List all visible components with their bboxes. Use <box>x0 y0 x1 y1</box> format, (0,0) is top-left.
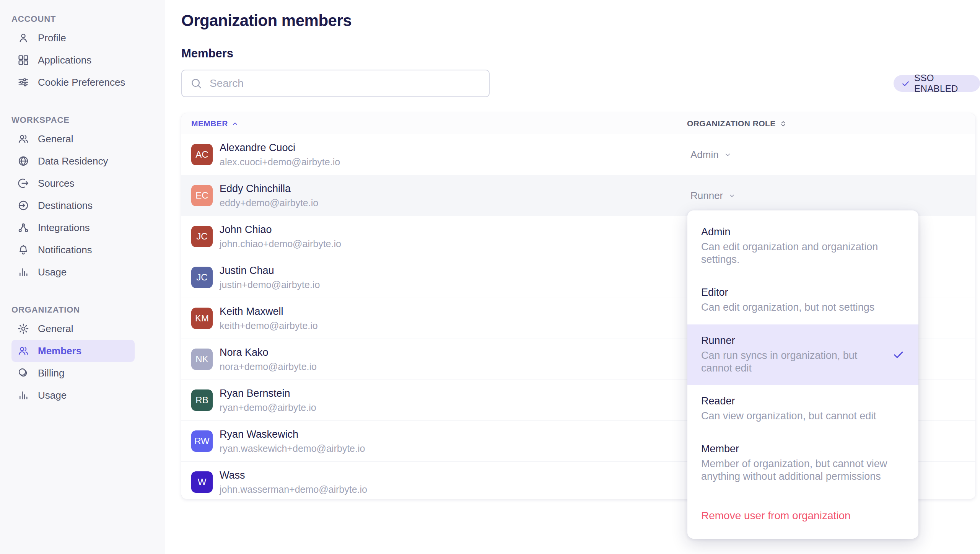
remove-user-button[interactable]: Remove user from organization <box>687 494 918 539</box>
member-name: Keith Maxwell <box>220 306 318 318</box>
role-menu-item-title: Editor <box>701 287 897 298</box>
member-identity: John Chiao john.chiao+demo@airbyte.io <box>220 224 341 249</box>
sidebar-item-applications[interactable]: Applications <box>11 49 135 71</box>
user-icon <box>17 32 29 44</box>
page-title: Organization members <box>181 11 352 30</box>
role-menu-item[interactable]: Member Member of organization, but canno… <box>687 433 918 493</box>
sidebar-item-label: Sources <box>38 178 74 189</box>
sidebar-item-label: Usage <box>38 266 67 278</box>
users-icon <box>17 133 29 145</box>
role-menu-item-description: Can edit organization and organization s… <box>701 241 897 266</box>
sidebar-section-organization: ORGANIZATION General Members Billing <box>11 305 165 406</box>
search-icon <box>190 77 203 90</box>
destination-icon <box>17 199 29 212</box>
sso-badge-label: SSO ENABLED <box>914 73 970 94</box>
sort-ascending-icon <box>231 120 239 127</box>
workspace-nav: General Data Residency Sources Destinati… <box>11 128 165 283</box>
sidebar-item-label: Members <box>38 345 81 357</box>
role-menu-item-description: Can run syncs in organization, but canno… <box>701 349 885 375</box>
sidebar-item-members[interactable]: Members <box>11 340 135 362</box>
role-menu-item-title: Runner <box>701 335 885 347</box>
member-identity: Nora Kako nora+demo@airbyte.io <box>220 347 317 372</box>
organization-nav: General Members Billing Usage <box>11 318 165 406</box>
settings-sidebar: ACCOUNT Profile Applications Cookie Pref… <box>0 0 165 554</box>
chevron-down-icon <box>728 192 736 200</box>
avatar: EC <box>191 185 213 206</box>
sliders-icon <box>17 76 29 88</box>
member-identity: Alexandre Cuoci alex.cuoci+demo@airbyte.… <box>220 142 340 168</box>
avatar-initials: EC <box>195 190 208 201</box>
role-menu-item-title: Admin <box>701 226 897 238</box>
sidebar-item-label: Destinations <box>38 200 93 212</box>
avatar-initials: NK <box>195 354 208 365</box>
member-name: Ryan Waskewich <box>220 429 365 440</box>
account-nav: Profile Applications Cookie Preferences <box>11 27 165 93</box>
sidebar-item-integrations[interactable]: Integrations <box>11 217 135 239</box>
sidebar-section-account: ACCOUNT Profile Applications Cookie Pref… <box>11 14 165 93</box>
section-label-account: ACCOUNT <box>11 14 165 24</box>
member-email: eddy+demo@airbyte.io <box>220 197 318 209</box>
sidebar-item-destinations[interactable]: Destinations <box>11 194 135 217</box>
members-section-title: Members <box>181 47 233 60</box>
member-email: alex.cuoci+demo@airbyte.io <box>220 156 340 168</box>
section-label-workspace: WORKSPACE <box>11 115 165 125</box>
sort-icon <box>779 120 787 128</box>
sidebar-item-sources[interactable]: Sources <box>11 172 135 194</box>
column-header-organization-role[interactable]: ORGANIZATION ROLE <box>687 119 787 128</box>
check-icon <box>901 79 910 88</box>
search-input[interactable] <box>209 77 489 90</box>
sidebar-item-label: General <box>38 133 73 145</box>
chart-icon <box>17 389 29 401</box>
role-menu-item[interactable]: Admin Can edit organization and organiza… <box>687 216 918 276</box>
sidebar-item-profile[interactable]: Profile <box>11 27 135 49</box>
avatar: AC <box>191 144 213 165</box>
sidebar-item-data-residency[interactable]: Data Residency <box>11 150 135 172</box>
member-identity: Ryan Bernstein ryan+demo@airbyte.io <box>220 388 316 413</box>
member-email: keith+demo@airbyte.io <box>220 320 318 331</box>
avatar: JC <box>191 267 213 288</box>
sidebar-item-notifications[interactable]: Notifications <box>11 239 135 261</box>
users-icon <box>17 345 29 357</box>
sidebar-item-workspace-general[interactable]: General <box>11 128 135 150</box>
sidebar-item-organization-general[interactable]: General <box>11 318 135 340</box>
sidebar-item-label: Usage <box>38 389 67 401</box>
role-menu-item[interactable]: Editor Can edit organization, but not se… <box>687 276 918 324</box>
avatar-initials: JC <box>196 231 207 242</box>
member-identity: Eddy Chinchilla eddy+demo@airbyte.io <box>220 183 318 209</box>
role-menu-item-description: Can edit organization, but not settings <box>701 301 897 314</box>
role-menu-items: Admin Can edit organization and organiza… <box>687 216 918 494</box>
role-menu-item-text: Member Member of organization, but canno… <box>701 443 905 483</box>
table-row: EC Eddy Chinchilla eddy+demo@airbyte.io … <box>181 175 975 216</box>
role-menu-item[interactable]: Reader Can view organization, but cannot… <box>687 385 918 433</box>
member-name: Eddy Chinchilla <box>220 183 318 195</box>
avatar: RW <box>191 430 213 452</box>
grid-icon <box>17 54 29 66</box>
role-value: Runner <box>690 190 723 202</box>
sidebar-item-label: General <box>38 323 73 335</box>
role-menu-item-text: Runner Can run syncs in organization, bu… <box>701 335 892 375</box>
sidebar-item-organization-usage[interactable]: Usage <box>11 384 135 406</box>
billing-icon <box>17 367 29 379</box>
member-identity: Wass john.wasserman+demo@airbyte.io <box>220 469 367 495</box>
member-name: Nora Kako <box>220 347 317 358</box>
role-menu-item-text: Admin Can edit organization and organiza… <box>701 226 905 266</box>
member-name: John Chiao <box>220 224 341 236</box>
sidebar-item-label: Data Residency <box>38 155 108 167</box>
role-menu-item[interactable]: Runner Can run syncs in organization, bu… <box>687 324 918 385</box>
globe-icon <box>17 155 29 167</box>
section-label-organization: ORGANIZATION <box>11 305 165 315</box>
member-email: john.chiao+demo@airbyte.io <box>220 238 341 249</box>
main-content: Organization members Members SSO ENABLED… <box>165 0 980 554</box>
member-identity: Justin Chau justin+demo@airbyte.io <box>220 265 320 290</box>
column-header-member[interactable]: MEMBER <box>191 119 239 128</box>
sidebar-item-workspace-usage[interactable]: Usage <box>11 261 135 283</box>
role-select[interactable]: Admin <box>690 149 732 161</box>
role-column-label: ORGANIZATION ROLE <box>687 119 776 128</box>
role-menu-item-description: Member of organization, but cannot view … <box>701 458 897 483</box>
member-identity: Keith Maxwell keith+demo@airbyte.io <box>220 306 318 331</box>
sidebar-item-billing[interactable]: Billing <box>11 362 135 384</box>
sidebar-item-label: Billing <box>38 367 64 379</box>
sidebar-item-cookie-preferences[interactable]: Cookie Preferences <box>11 71 135 93</box>
member-email: justin+demo@airbyte.io <box>220 279 320 290</box>
role-select[interactable]: Runner <box>690 190 736 202</box>
